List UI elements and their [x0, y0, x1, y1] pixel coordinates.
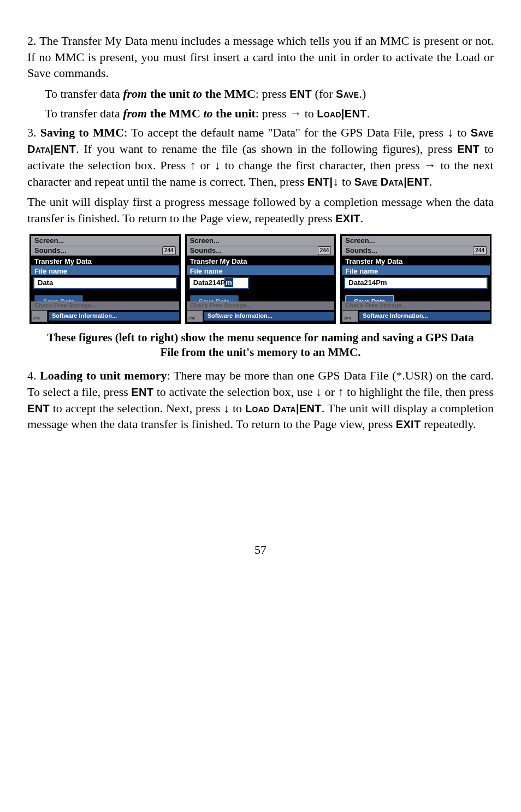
- value: Data: [38, 278, 53, 288]
- page-number: 57: [27, 542, 494, 558]
- label: Sounds...: [190, 246, 222, 256]
- text: to: [301, 106, 317, 120]
- menu-save-data: Save Data: [354, 176, 404, 188]
- menu-load: Load: [317, 108, 341, 120]
- menu-row-sounds: Sounds...244: [342, 246, 490, 256]
- menu-load-data: Load Data: [245, 402, 296, 414]
- footer: Check Free Storage... Software Informati…: [187, 301, 335, 322]
- screenshot-1: Screen... Sounds...244 Transfer My Data …: [29, 234, 181, 324]
- text: : press: [256, 87, 289, 100]
- text: . If you want to rename the file (as sho…: [76, 142, 457, 156]
- arrow-down-icon: ↓: [447, 126, 453, 139]
- menu-software-info: Software Information...: [204, 312, 335, 321]
- text: the MMC: [147, 106, 203, 120]
- key-ent: ENT: [54, 143, 76, 155]
- text: .): [359, 87, 366, 100]
- key-ent: ENT: [289, 88, 312, 100]
- header-transfer: Transfer My Data: [187, 256, 335, 265]
- key-exit: EXIT: [396, 418, 421, 430]
- arrow-down-icon: ↓: [316, 385, 322, 399]
- arrow-right-icon: →: [424, 158, 436, 172]
- text: to accept the selection. Next, press: [50, 401, 223, 415]
- menu-row-sounds: Sounds...244: [31, 246, 179, 256]
- arrow-down-icon: ↓: [333, 175, 339, 188]
- menu-check-storage: Check Free Storage...: [31, 301, 179, 310]
- text-from: from: [123, 106, 147, 120]
- paragraph-3-saving: 3. Saving to MMC: To accept the default …: [27, 125, 494, 189]
- arrow-right-icon: →: [289, 106, 301, 120]
- menu-row-screen: Screen...: [342, 236, 490, 246]
- screenshot-3: Screen... Sounds...244 Transfer My Data …: [340, 234, 492, 324]
- value: Data214Pm: [348, 278, 387, 288]
- text: to highlight the file, then press: [344, 385, 494, 399]
- label: Screen...: [345, 236, 375, 246]
- key-ent: ENT: [27, 402, 50, 414]
- text: 3.: [27, 126, 40, 139]
- text: or: [322, 385, 338, 399]
- arrow-down-icon: ↓: [223, 401, 229, 415]
- footer: Check Free Storage... Software Informati…: [31, 301, 179, 322]
- key-ent: ENT: [407, 176, 429, 188]
- text: .: [429, 175, 433, 188]
- menu-row-screen: Screen...: [187, 236, 335, 246]
- map-scale-icon: [342, 310, 358, 322]
- text: to: [339, 175, 354, 188]
- figure-screenshots: Screen... Sounds...244 Transfer My Data …: [27, 234, 494, 324]
- menu-row-screen: Screen...: [31, 236, 179, 246]
- header-transfer: Transfer My Data: [31, 256, 179, 265]
- text: To transfer data: [45, 87, 123, 100]
- key-ent: ENT: [299, 402, 322, 414]
- filename-field[interactable]: Data214Pm: [189, 277, 249, 289]
- label-filename: File name: [31, 265, 179, 275]
- text: To transfer data: [45, 106, 123, 120]
- text: the unit: [147, 87, 193, 100]
- text: : To accept the default name "Data" for …: [124, 126, 447, 139]
- text: (for: [312, 87, 336, 100]
- menu-check-storage: Check Free Storage...: [187, 301, 335, 310]
- menu-save: Save: [336, 88, 359, 100]
- arrow-up-icon: ↑: [190, 158, 196, 172]
- filename-field[interactable]: Data: [33, 277, 177, 289]
- value: Data214P: [193, 278, 226, 288]
- badge-244: 244: [318, 246, 331, 255]
- text: to: [229, 401, 245, 415]
- text: the MMC: [202, 87, 256, 100]
- menu-software-info: Software Information...: [49, 312, 179, 321]
- text: 4.: [27, 369, 40, 382]
- text: the unit: [213, 106, 256, 120]
- text: : press: [256, 106, 289, 120]
- paragraph-2: 2. The Transfer My Data menu includes a …: [27, 33, 494, 81]
- screenshot-2: Screen... Sounds...244 Transfer My Data …: [185, 234, 336, 324]
- label: Sounds...: [34, 246, 67, 256]
- map-scale-icon: [31, 310, 48, 322]
- label: Screen...: [34, 236, 64, 246]
- arrow-down-icon: ↓: [215, 158, 221, 172]
- heading-saving: Saving to MMC: [40, 126, 125, 139]
- text: to activate the selection box, use: [153, 385, 316, 399]
- key-ent: ENT: [307, 176, 330, 188]
- text-to: to: [203, 106, 212, 120]
- menu-row-sounds: Sounds...244: [187, 246, 335, 256]
- text: The unit will display first a progress m…: [27, 195, 494, 225]
- label: Screen...: [190, 236, 220, 246]
- footer: Check Free Storage... Software Informati…: [342, 301, 490, 322]
- text-from: from: [123, 87, 147, 100]
- transfer-from-mmc-line: To transfer data from the MMC to the uni…: [45, 105, 494, 122]
- badge-244: 244: [162, 246, 176, 255]
- header-transfer: Transfer My Data: [342, 256, 490, 265]
- key-ent: ENT: [131, 386, 153, 398]
- key-exit: EXIT: [335, 212, 360, 224]
- cursor-char: m: [224, 278, 233, 288]
- menu-software-info: Software Information...: [359, 312, 490, 321]
- map-scale-icon: [187, 310, 203, 322]
- label-filename: File name: [187, 265, 335, 275]
- label: Sounds...: [345, 246, 377, 256]
- text-to: to: [193, 87, 202, 100]
- text: or: [196, 158, 215, 172]
- text: .: [367, 106, 370, 120]
- text: repeatedly.: [421, 417, 476, 431]
- paragraph-4-loading: 4. Loading to unit memory: There may be …: [27, 368, 494, 432]
- key-ent: ENT: [345, 108, 367, 120]
- heading-loading: Loading to unit memory: [40, 369, 167, 382]
- filename-field[interactable]: Data214Pm: [344, 277, 488, 289]
